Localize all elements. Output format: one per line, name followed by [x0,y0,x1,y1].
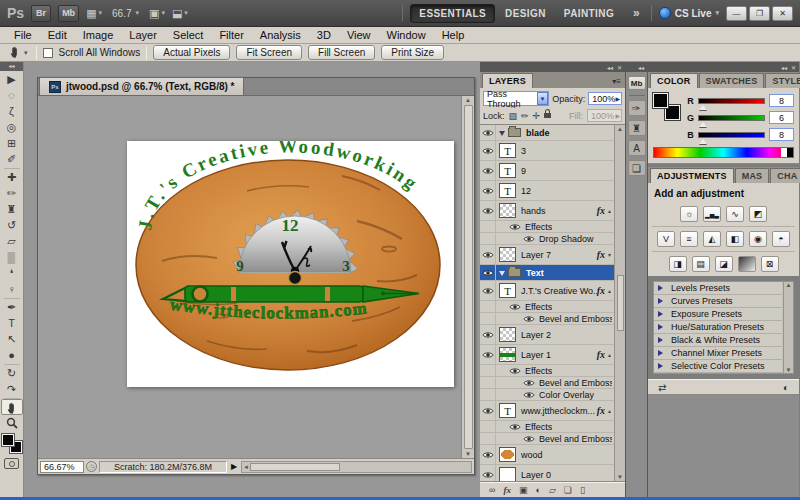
visibility-toggle[interactable] [523,391,535,399]
collapse-effects-icon[interactable]: ▴ [608,287,612,294]
visibility-toggle[interactable] [480,181,496,200]
layer-row[interactable]: handsfx▴ [480,201,614,221]
lock-position-icon[interactable]: ✛ [533,111,541,121]
app-zoom-level[interactable]: 66.7▾ [109,8,142,19]
horizontal-scrollbar[interactable]: ◂ [241,461,472,473]
menu-filter[interactable]: Filter [211,29,251,41]
slider-thumb-icon[interactable] [699,118,707,127]
menu-window[interactable]: Window [379,29,434,41]
horizontal-scroll-thumb[interactable] [250,463,340,471]
visibility-toggle[interactable] [480,201,496,220]
switch-panel-icon[interactable]: ⇄ [658,382,666,393]
layer-style-fx-icon[interactable]: fx [597,405,608,416]
new-layer-icon[interactable]: ❏ [564,485,572,495]
photo-filter-icon[interactable]: ◉ [749,231,767,247]
visibility-toggle[interactable] [480,421,496,432]
layer-effect-row[interactable]: Drop Shadow [480,233,614,245]
menu-help[interactable]: Help [434,29,473,41]
vertical-scroll-thumb[interactable] [464,105,473,449]
menu-view[interactable]: View [339,29,379,41]
menu-file[interactable]: File [6,29,40,41]
status-menu-arrow[interactable]: ▶ [229,462,239,471]
visibility-toggle[interactable] [480,313,496,324]
scroll-all-windows-checkbox[interactable] [43,48,53,58]
visibility-toggle[interactable] [480,141,496,160]
g-slider[interactable] [698,115,765,121]
scroll-left-icon[interactable]: ◂ [244,463,248,471]
layer-thumbnail[interactable] [499,467,516,482]
slider-thumb-icon[interactable] [699,101,707,110]
layer-row[interactable]: wood [480,445,614,465]
preset-curves-presets[interactable]: Curves Presets [654,295,782,308]
brightness-contrast-icon[interactable]: ☼ [680,206,698,222]
collapse-effects-icon[interactable]: ▴ [608,351,612,358]
preset-channel-mixer-presets[interactable]: Channel Mixer Presets [654,347,782,360]
elliptical-marquee-tool[interactable]: ◌ [1,87,23,103]
text-layer-row[interactable]: T12 [480,181,614,201]
character-panel-icon[interactable]: A [628,140,646,156]
scroll-up-icon[interactable]: ▲ [465,97,471,103]
g-value-field[interactable]: 6 [769,111,794,124]
spot-healing-brush-tool[interactable]: ✚ [1,169,23,185]
layer-group-row[interactable]: blade [480,125,614,141]
foreground-color-swatch[interactable] [653,93,668,108]
layer-effect-row[interactable]: Bevel and Emboss [480,433,614,445]
text-layer-thumbnail[interactable]: T [499,183,516,198]
posterize-icon[interactable]: ▤ [692,256,710,272]
layer-group-row[interactable]: Text [480,265,614,281]
layers-scrollbar[interactable]: ▲ ▼ [614,125,625,481]
hue-saturation-icon[interactable]: ≡ [680,231,698,247]
toolbox-collapse-button[interactable]: ◂◂ [0,62,23,71]
b-slider[interactable] [698,132,765,138]
visibility-toggle[interactable] [480,445,496,464]
zoom-tool[interactable] [1,415,23,431]
visibility-toggle[interactable] [480,233,496,244]
current-tool-button[interactable]: ▾ [6,45,30,60]
layer-style-fx-icon[interactable]: fx [597,285,608,296]
scroll-down-icon[interactable]: ▼ [786,367,792,373]
brush-tool[interactable]: ✏ [1,185,23,201]
status-zoom-field[interactable]: 66.67% [40,461,84,473]
visibility-toggle[interactable] [509,303,521,311]
clone-stamp-tool[interactable]: ♜ [1,201,23,217]
layer-thumbnail[interactable] [499,203,516,218]
layer-effect-row[interactable]: Bevel and Emboss [480,377,614,389]
spinner-icon[interactable]: ▶ [615,95,621,102]
text-layer-row[interactable]: Twww.jttheclockm...fx▴ [480,401,614,421]
link-layers-icon[interactable]: ∞ [489,485,495,495]
text-layer-thumbnail[interactable]: T [499,403,516,418]
scroll-down-icon[interactable]: ▼ [617,474,623,480]
workspace-overflow-button[interactable]: » [629,6,644,20]
clone-source-panel-icon[interactable]: ♜ [628,120,646,136]
crop-tool[interactable]: ⊞ [1,135,23,151]
close-panel-icon[interactable]: ✕ [791,64,796,71]
layer-row[interactable]: Layer 1fx▴ [480,345,614,365]
panel-menu-icon[interactable]: ▾≡ [612,77,625,88]
workspace-design[interactable]: DESIGN [497,5,554,22]
text-layer-thumbnail[interactable]: T [499,283,516,298]
blur-tool[interactable]: ❛ [1,265,23,281]
tab-color[interactable]: COLOR [650,73,698,88]
visibility-toggle[interactable] [480,377,496,388]
visibility-toggle[interactable] [523,435,535,443]
gradient-tool[interactable]: ▒ [1,249,23,265]
ellipse-tool[interactable]: ● [1,347,23,363]
collapse-effects-icon[interactable]: ▴ [608,207,612,214]
preset-exposure-presets[interactable]: Exposure Presets [654,308,782,321]
tab-styles[interactable]: STYLES [765,73,800,88]
move-tool[interactable]: ▶ [1,71,23,87]
close-panel-icon[interactable]: ✕ [617,64,622,71]
fit-screen-button[interactable]: Fit Screen [236,45,302,60]
layer-effect-row[interactable]: Bevel and Emboss [480,313,614,325]
combo-arrow-icon[interactable]: ▼ [537,92,549,105]
spectrum-bw-end[interactable] [781,148,793,157]
preset-levels-presets[interactable]: Levels Presets [654,282,782,295]
collapse-effects-icon[interactable]: ▾ [608,251,612,258]
launch-mini-bridge-button[interactable]: Mb [58,5,79,22]
scroll-up-icon[interactable]: ▲ [617,126,623,132]
visibility-toggle[interactable] [480,365,496,376]
type-tool[interactable]: T [1,315,23,331]
polygonal-lasso-tool[interactable]: ζ [1,103,23,119]
text-layer-thumbnail[interactable]: T [499,163,516,178]
path-selection-tool[interactable]: ↖ [1,331,23,347]
